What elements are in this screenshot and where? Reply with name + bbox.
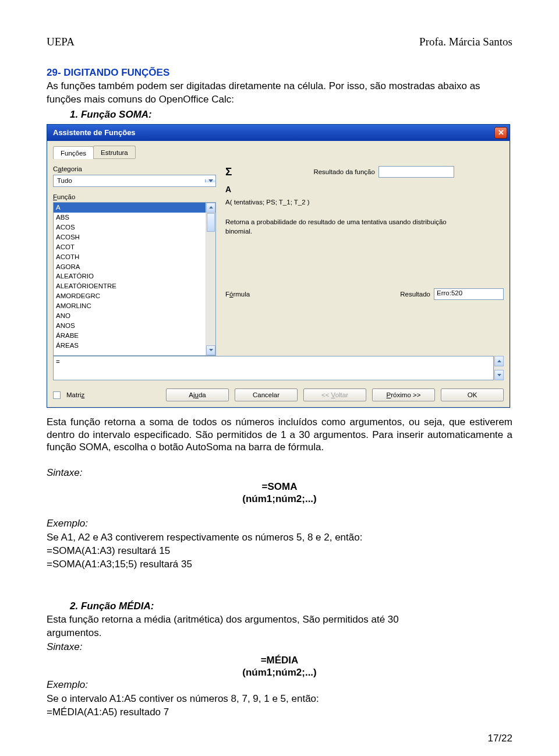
soma-syntax-1: =SOMA xyxy=(47,481,512,493)
function-name: A xyxy=(225,185,504,195)
exemplo-label-2: Exemplo: xyxy=(47,679,512,691)
list-item[interactable]: ANO xyxy=(54,311,206,321)
media-syntax-1: =MÉDIA xyxy=(47,654,512,666)
page-number: 17/22 xyxy=(47,732,512,744)
back-button[interactable]: << Voltar xyxy=(303,388,366,401)
function-signature: A( tentativas; PS; T_1; T_2 ) xyxy=(225,198,504,206)
exemplo-soma-1: Se A1, A2 e A3 contiverem respectivament… xyxy=(47,531,512,543)
section-title: 29- DIGITANDO FUNÇÕES xyxy=(47,66,512,79)
resultado-label: Resultado xyxy=(400,290,430,298)
list-item[interactable]: ACOSH xyxy=(54,232,206,242)
intro-text-2: funções mais comuns do OpenOffice Calc: xyxy=(47,93,512,105)
list-item[interactable]: ALEATÓRIO xyxy=(54,271,206,281)
formula-input[interactable]: = xyxy=(53,356,494,380)
close-icon: ✕ xyxy=(498,128,504,137)
list-item[interactable]: ACOS xyxy=(54,222,206,232)
matrix-checkbox[interactable] xyxy=(53,391,61,399)
svg-marker-4 xyxy=(497,374,501,376)
exemplo-media-2: =MÉDIA(A1:A5) resultado 7 xyxy=(47,706,512,718)
list-item[interactable]: ANOS xyxy=(54,321,206,331)
item2-num: 2. xyxy=(70,600,78,612)
categoria-combo[interactable]: Tudo xyxy=(53,175,216,187)
list-item[interactable]: ABS xyxy=(54,213,206,222)
svg-marker-3 xyxy=(497,360,501,362)
formula-label: Fórmula xyxy=(225,290,250,298)
ok-button[interactable]: OK xyxy=(441,388,504,401)
intro-text-1: As funções também podem ser digitadas di… xyxy=(47,80,512,92)
scroll-up-icon[interactable] xyxy=(494,356,504,366)
svg-marker-2 xyxy=(209,349,213,351)
soma-syntax-2: (núm1;núm2;...) xyxy=(47,493,512,505)
next-button[interactable]: Próximo >> xyxy=(372,388,435,401)
list-item[interactable]: ÁRABE xyxy=(54,331,206,341)
sintaxe-label: Sintaxe: xyxy=(47,467,512,479)
item1-title: Função SOMA: xyxy=(81,109,152,120)
help-button[interactable]: Ajuda xyxy=(166,388,229,401)
item1-num: 1. xyxy=(70,109,78,120)
page-header-right: Profa. Márcia Santos xyxy=(419,35,512,49)
categoria-label: Categoria xyxy=(53,165,216,173)
scroll-up-icon[interactable] xyxy=(206,203,215,213)
list-scrollbar[interactable] xyxy=(206,203,215,355)
item2-title: Função MÉDIA: xyxy=(81,600,154,612)
matrix-label: Matriz xyxy=(66,391,84,399)
media-desc-1: Esta função retorna a média (aritmética)… xyxy=(47,613,512,626)
resultado-funcao-label: Resultado da função xyxy=(313,168,375,176)
funcao-label: Função xyxy=(53,193,216,201)
exemplo-media-1: Se o intervalo A1:A5 contiver os números… xyxy=(47,693,512,705)
soma-description: Esta função retorna a soma de todos os n… xyxy=(47,416,512,453)
tab-structure[interactable]: Estrutura xyxy=(93,146,136,158)
function-description: Retorna a probabilidade do resultado de … xyxy=(225,217,487,236)
cancel-button[interactable]: Cancelar xyxy=(235,388,298,401)
list-item[interactable]: A xyxy=(54,203,206,213)
media-desc-2: argumentos. xyxy=(47,627,512,639)
list-item[interactable]: AGORA xyxy=(54,262,206,272)
scroll-thumb[interactable] xyxy=(207,213,215,232)
formula-scrollbar[interactable] xyxy=(494,356,504,380)
svg-marker-0 xyxy=(208,179,213,182)
page-header-left: UEPA xyxy=(47,35,75,49)
list-item[interactable]: ALEATÓRIOENTRE xyxy=(54,281,206,291)
svg-marker-1 xyxy=(209,206,213,209)
dropdown-icon[interactable] xyxy=(205,179,215,182)
list-item[interactable]: AMORDEGRC xyxy=(54,291,206,301)
scroll-down-icon[interactable] xyxy=(206,345,215,355)
list-item[interactable]: ACOTH xyxy=(54,252,206,262)
function-wizard-dialog: Assistente de Funções ✕ Funções Estrutur… xyxy=(47,124,510,408)
list-item[interactable]: AMORLINC xyxy=(54,301,206,311)
dialog-title: Assistente de Funções xyxy=(53,128,136,137)
categoria-value: Tudo xyxy=(54,175,205,186)
resultado-field: Erro:520 xyxy=(434,288,504,300)
list-item[interactable]: ACOT xyxy=(54,242,206,252)
close-button[interactable]: ✕ xyxy=(494,127,507,139)
sigma-icon: Σ xyxy=(225,165,232,179)
tab-functions[interactable]: Funções xyxy=(53,146,94,159)
function-listbox[interactable]: A ABS ACOS ACOSH ACOT ACOTH AGORA ALEATÓ… xyxy=(53,202,216,356)
list-item[interactable]: ÁREAS xyxy=(54,341,206,351)
sintaxe-label-2: Sintaxe: xyxy=(47,641,512,653)
resultado-funcao-field xyxy=(378,166,454,178)
exemplo-soma-3: =SOMA(A1:A3;15;5) resultará 35 xyxy=(47,558,512,570)
exemplo-soma-2: =SOMA(A1:A3) resultará 15 xyxy=(47,545,512,557)
scroll-down-icon[interactable] xyxy=(494,370,504,380)
media-syntax-2: (núm1;núm2;...) xyxy=(47,666,512,679)
exemplo-label: Exemplo: xyxy=(47,517,512,529)
